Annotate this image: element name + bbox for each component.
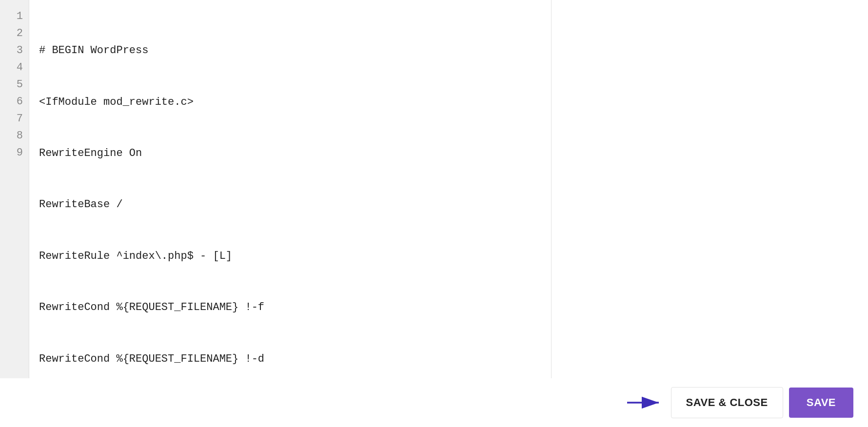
code-text-7: RewriteCond %{REQUEST_FILENAME} !-d [39,350,264,368]
code-text-1: # BEGIN WordPress [39,42,148,59]
code-line-5: RewriteRule ^index\.php$ - [L] [39,248,541,265]
line-number-1: 1 [8,8,23,25]
save-close-button[interactable]: SAVE & CLOSE [671,387,783,418]
line-number-6: 6 [8,93,23,110]
code-text-6: RewriteCond %{REQUEST_FILENAME} !-f [39,299,264,316]
save-button[interactable]: SAVE [789,388,853,418]
line-numbers: 1 2 3 4 5 6 7 8 9 [0,0,29,427]
right-sidebar [551,0,868,427]
code-text-4: RewriteBase / [39,196,123,213]
code-text-3: RewriteEngine On [39,145,142,162]
line-number-3: 3 [8,42,23,59]
line-number-8: 8 [8,127,23,144]
code-line-3: RewriteEngine On [39,145,541,162]
code-line-6: RewriteCond %{REQUEST_FILENAME} !-f [39,299,541,316]
arrow-container [627,393,666,412]
arrow-icon [627,393,666,412]
code-line-1: # BEGIN WordPress [39,42,541,59]
code-editor[interactable]: # BEGIN WordPress <IfModule mod_rewrite.… [29,0,551,427]
editor-container: 1 2 3 4 5 6 7 8 9 # BEGIN WordPress <IfM… [0,0,868,427]
code-text-2: <IfModule mod_rewrite.c> [39,94,194,111]
line-number-9: 9 [8,144,23,161]
code-line-4: RewriteBase / [39,196,541,214]
line-number-5: 5 [8,76,23,93]
line-number-4: 4 [8,59,23,76]
code-area: 1 2 3 4 5 6 7 8 9 # BEGIN WordPress <IfM… [0,0,551,427]
code-line-2: <IfModule mod_rewrite.c> [39,94,541,111]
line-number-2: 2 [8,25,23,42]
bottom-bar: SAVE & CLOSE SAVE [0,378,868,427]
code-text-5: RewriteRule ^index\.php$ - [L] [39,248,232,265]
code-line-7: RewriteCond %{REQUEST_FILENAME} !-d [39,350,541,368]
line-number-7: 7 [8,110,23,127]
